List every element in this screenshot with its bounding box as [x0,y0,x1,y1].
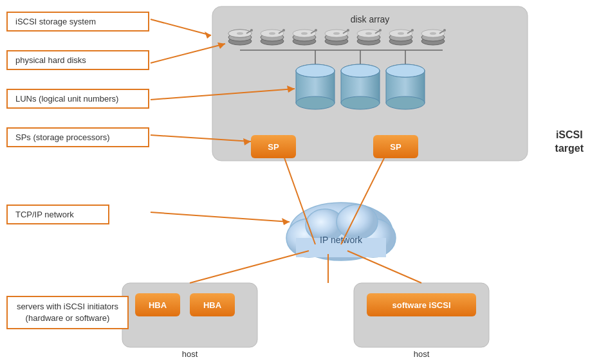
svg-point-9 [261,33,284,41]
iscsi-target-label: iSCSI target [555,129,584,156]
svg-point-40 [421,30,445,37]
svg-point-31 [379,29,382,32]
label-sps: SPs (storage processors) [6,127,149,147]
svg-line-77 [151,135,251,141]
svg-point-26 [357,37,380,45]
svg-text:host: host [182,349,198,359]
diagram-container: disk array [0,0,590,364]
disk-array-label: disk array [351,14,390,24]
label-tcp-ip: TCP/IP network [6,205,109,224]
svg-line-12 [279,30,284,33]
svg-point-11 [269,32,275,35]
svg-point-64 [290,203,392,260]
svg-point-35 [398,32,404,35]
svg-point-1 [228,37,252,45]
svg-point-68 [336,205,378,239]
svg-line-18 [311,30,316,33]
svg-point-37 [411,29,414,32]
svg-line-86 [347,251,421,283]
svg-point-2 [228,33,252,41]
svg-point-43 [443,29,446,32]
hba-button-1: HBA [135,293,180,316]
svg-point-32 [389,37,412,45]
svg-point-14 [293,37,316,45]
svg-point-25 [347,29,349,32]
sp-button-2: SP [373,135,418,158]
svg-marker-74 [217,42,225,49]
svg-point-29 [365,32,372,35]
hba-button-2: HBA [190,293,235,316]
label-physical-hard-disks: physical hard disks [6,50,149,70]
svg-point-27 [357,33,380,41]
svg-point-23 [333,32,340,35]
svg-marker-72 [205,32,211,39]
svg-line-30 [375,30,380,33]
svg-point-16 [293,30,316,37]
svg-point-57 [386,64,425,77]
svg-point-34 [389,30,412,37]
svg-line-24 [343,30,348,33]
svg-line-42 [439,30,445,33]
svg-point-65 [286,219,331,257]
svg-line-73 [151,44,225,63]
label-luns: LUNs (logical unit numbers) [6,89,149,109]
svg-point-50 [296,96,335,109]
svg-point-33 [389,33,412,41]
svg-point-49 [296,64,335,77]
svg-point-58 [386,96,425,109]
svg-point-39 [421,33,445,41]
svg-rect-52 [341,71,380,103]
svg-point-8 [261,37,284,45]
svg-point-4 [228,30,252,37]
svg-rect-48 [296,71,335,103]
svg-point-20 [325,37,348,45]
svg-point-19 [315,29,317,32]
svg-line-71 [151,19,211,35]
svg-point-28 [357,30,380,37]
svg-marker-80 [282,218,290,225]
software-iscsi-button: software iSCSI [367,293,476,316]
svg-rect-56 [386,71,425,103]
svg-point-54 [341,96,380,109]
svg-line-85 [190,251,309,283]
svg-line-84 [341,154,386,244]
svg-point-51 [296,64,335,77]
svg-point-38 [421,37,445,45]
svg-point-15 [293,33,316,41]
svg-line-75 [151,89,295,100]
svg-point-13 [282,29,285,32]
label-servers: servers with iSCSI initiators (hardware … [6,296,129,329]
svg-point-59 [386,64,425,77]
svg-point-53 [341,64,380,77]
svg-text:host: host [414,349,430,359]
svg-rect-69 [296,238,386,257]
svg-point-17 [301,32,308,35]
svg-point-10 [261,30,284,37]
svg-marker-76 [287,86,295,93]
svg-point-41 [430,32,436,35]
svg-point-7 [250,29,253,32]
svg-line-79 [151,212,290,222]
svg-point-22 [325,30,348,37]
svg-point-55 [341,64,380,77]
svg-point-5 [237,32,243,35]
sp-button-1: SP [251,135,296,158]
svg-text:IP network: IP network [320,235,363,245]
svg-point-66 [351,219,396,257]
svg-point-67 [306,209,344,241]
svg-marker-78 [243,138,251,145]
svg-point-21 [325,33,348,41]
svg-line-83 [283,154,315,244]
svg-line-6 [246,30,252,33]
label-iscsi-storage: iSCSI storage system [6,12,149,32]
svg-line-36 [407,30,412,33]
svg-point-3 [228,30,252,37]
